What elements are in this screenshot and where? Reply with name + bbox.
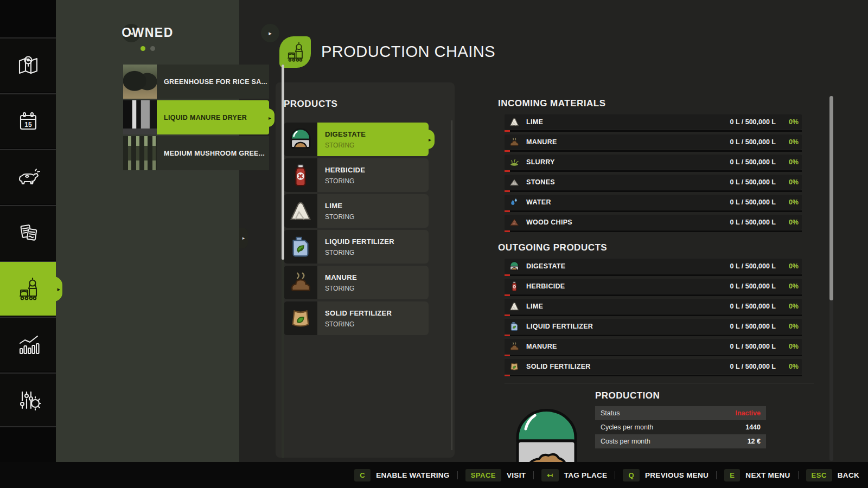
owned-scrollbar-thumb[interactable] — [282, 65, 284, 260]
fill-bar — [505, 230, 802, 232]
sidebar-item-calendar[interactable]: 15 — [0, 93, 56, 148]
sidebar-item-production[interactable]: ▸ — [0, 261, 56, 316]
hint-label: BACK — [838, 471, 859, 479]
fill-bar — [505, 130, 802, 132]
sidebar-item-map[interactable] — [0, 37, 56, 92]
material-row-slurry: SLURRY 0 L / 500,000 L 0% — [505, 155, 802, 170]
owned-item-greenhouse-rice[interactable]: GREENHOUSE FOR RICE SA... — [123, 65, 269, 99]
product-item-digestate[interactable]: DIGESTATE STORING ▸ — [284, 123, 429, 156]
materials-scrollbar — [829, 96, 833, 461]
product-item-liquid-fertilizer[interactable]: LIQUID FERTILIZER STORING — [284, 230, 429, 264]
product-name: SOLID FERTILIZER — [526, 363, 591, 370]
fill-bar — [505, 355, 802, 356]
production-chains-icon — [284, 41, 306, 63]
materials-scrollbar-thumb[interactable] — [829, 96, 833, 300]
production-chains-screen: 15 ▸ — [0, 0, 868, 488]
section-divider — [505, 383, 814, 383]
digestate-icon — [509, 261, 520, 272]
hint-separator — [533, 471, 534, 479]
main-menu-sidebar: 15 ▸ — [0, 0, 56, 462]
material-percent: 0% — [776, 198, 799, 206]
material-amount: 0 L / 500,000 L — [730, 178, 776, 186]
key-c[interactable]: C — [354, 469, 371, 481]
sidebar-item-contracts[interactable] — [0, 205, 56, 260]
row-label: Status — [601, 409, 735, 417]
calendar-icon: 15 — [16, 109, 41, 134]
page-dot-active[interactable] — [141, 46, 145, 51]
product-name: DIGESTATE — [325, 130, 429, 138]
cycles-value: 1440 — [745, 423, 761, 431]
product-amount: 0 L / 500,000 L — [730, 363, 776, 370]
fill-bar — [505, 274, 802, 276]
hint-visit[interactable]: SPACE VISIT — [465, 469, 526, 481]
hint-separator — [716, 471, 717, 479]
material-row-manure: MANURE 0 L / 500,000 L 0% — [505, 134, 802, 150]
row-label: Costs per month — [601, 438, 748, 445]
key-space[interactable]: SPACE — [465, 469, 501, 481]
digestate-icon — [288, 127, 313, 152]
hint-tag-place[interactable]: ↤ TAG PLACE — [541, 469, 607, 481]
products-heading: PRODUCTS — [284, 99, 337, 110]
material-row-stones: STONES 0 L / 500,000 L 0% — [505, 175, 802, 190]
fill-bar — [505, 314, 802, 316]
key-hint-bar: C ENABLE WATERING SPACE VISIT ↤ TAG PLAC… — [0, 462, 868, 488]
costs-value: 12 € — [748, 438, 761, 445]
products-panel: PRODUCTS DIGESTATE STORING ▸ — [276, 82, 455, 458]
hint-next-menu[interactable]: E NEXT MENU — [724, 469, 790, 481]
product-row-solid-fertilizer: SOLID FERTILIZER 0 L / 500,000 L 0% — [505, 359, 802, 374]
incoming-materials-heading: INCOMING MATERIALS — [498, 98, 606, 109]
product-status: STORING — [325, 213, 429, 221]
sidebar-item-settings[interactable] — [0, 373, 56, 427]
statistics-icon — [16, 332, 41, 357]
product-name: HERBICIDE — [526, 282, 565, 290]
greenhouse-rice-thumbnail — [123, 65, 157, 99]
product-percent: 0% — [776, 262, 799, 270]
owned-page-dots — [56, 46, 239, 51]
products-scrollbar[interactable] — [451, 120, 452, 450]
owned-next-button[interactable]: ▸ — [261, 24, 279, 42]
map-icon — [16, 53, 41, 78]
product-name: LIQUID FERTILIZER — [526, 323, 593, 330]
key-q[interactable]: Q — [623, 469, 640, 481]
hint-separator — [798, 471, 799, 479]
hint-label: TAG PLACE — [564, 471, 608, 479]
hint-enable-watering[interactable]: C ENABLE WATERING — [354, 469, 449, 481]
hint-label: VISIT — [507, 471, 526, 479]
product-amount: 0 L / 500,000 L — [730, 303, 776, 310]
owned-item-mushroom-greenhouse[interactable]: MEDIUM MUSHROOM GREE... — [123, 136, 269, 170]
sidebar-item-statistics[interactable] — [0, 317, 56, 371]
material-percent: 0% — [776, 178, 799, 186]
key-tab-icon[interactable]: ↤ — [541, 469, 558, 481]
production-table: Status Inactive Cycles per month 1440 Co… — [595, 406, 766, 448]
hint-label: ENABLE WATERING — [376, 471, 450, 479]
product-name: MANURE — [325, 273, 429, 281]
cow-icon — [16, 165, 41, 190]
hint-previous-menu[interactable]: Q PREVIOUS MENU — [623, 469, 709, 481]
lime-icon — [509, 117, 520, 127]
key-esc[interactable]: ESC — [806, 469, 832, 481]
hint-back[interactable]: ESC BACK — [806, 469, 859, 481]
status-value: Inactive — [735, 409, 761, 417]
panel-collapse-handle[interactable]: ▸ — [239, 228, 248, 248]
product-percent: 0% — [776, 343, 799, 350]
product-item-lime[interactable]: LIME STORING — [284, 194, 429, 228]
page-dot-inactive[interactable] — [150, 46, 155, 51]
product-item-solid-fertilizer[interactable]: SOLID FERTILIZER STORING — [284, 301, 429, 335]
product-row-liquid-fertilizer: LIQUID FERTILIZER 0 L / 500,000 L 0% — [505, 319, 802, 334]
product-item-herbicide[interactable]: HERBICIDE STORING — [284, 158, 429, 192]
slurry-icon — [509, 157, 520, 168]
sidebar-item-animals[interactable] — [0, 149, 56, 204]
key-e[interactable]: E — [724, 469, 740, 481]
outgoing-products-heading: OUTGOING PRODUCTS — [498, 242, 607, 253]
product-name: MANURE — [526, 343, 557, 350]
product-item-manure[interactable]: MANURE STORING — [284, 266, 429, 299]
fill-bar — [505, 190, 802, 192]
owned-item-liquid-manure-dryer[interactable]: LIQUID MANURE DRYER ▸ — [123, 100, 269, 134]
owned-list: GREENHOUSE FOR RICE SA... LIQUID MANURE … — [123, 65, 269, 172]
production-heading: PRODUCTION — [595, 390, 660, 401]
product-percent: 0% — [776, 323, 799, 330]
material-name: STONES — [526, 178, 555, 186]
fill-bar — [505, 294, 802, 296]
product-name: LIME — [526, 303, 543, 310]
production-row-status: Status Inactive — [595, 406, 766, 420]
